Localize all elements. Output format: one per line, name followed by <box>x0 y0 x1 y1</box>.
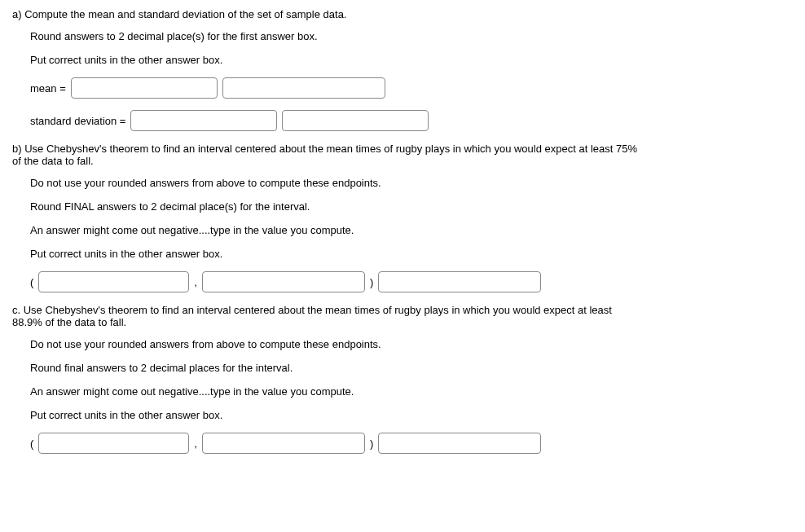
part-b-interval-upper-input[interactable] <box>202 271 365 292</box>
part-a-header: a) Compute the mean and standard deviati… <box>12 8 793 20</box>
part-b-instruction-4: Put correct units in the other answer bo… <box>30 248 793 260</box>
mean-label: mean = <box>30 82 66 95</box>
part-c-header: c. Use Chebyshev's theorem to find an in… <box>12 304 640 328</box>
part-b: b) Use Chebyshev's theorem to find an in… <box>12 143 793 292</box>
part-c-interval-lower-input[interactable] <box>38 433 189 454</box>
close-paren: ) <box>370 437 373 450</box>
part-c: c. Use Chebyshev's theorem to find an in… <box>12 304 793 454</box>
comma: , <box>194 437 197 450</box>
comma: , <box>194 276 197 288</box>
part-b-interval-row: ( , ) <box>30 271 793 292</box>
part-c-instruction-2: Round final answers to 2 decimal places … <box>30 362 793 374</box>
part-a: a) Compute the mean and standard deviati… <box>12 8 793 131</box>
part-c-instruction-3: An answer might come out negative....typ… <box>30 385 793 398</box>
part-c-instruction-4: Put correct units in the other answer bo… <box>30 409 793 421</box>
part-b-instruction-1: Do not use your rounded answers from abo… <box>30 177 793 189</box>
mean-row: mean = <box>30 77 793 99</box>
part-c-units-input[interactable] <box>378 433 541 454</box>
part-c-interval-upper-input[interactable] <box>202 433 365 454</box>
part-b-instruction-3: An answer might come out negative....typ… <box>30 224 793 236</box>
part-b-instruction-2: Round FINAL answers to 2 decimal place(s… <box>30 200 793 213</box>
mean-value-input[interactable] <box>71 77 218 99</box>
open-paren: ( <box>30 437 33 450</box>
part-a-instruction-1: Round answers to 2 decimal place(s) for … <box>30 30 793 42</box>
stddev-label: standard deviation = <box>30 115 125 127</box>
part-c-interval-row: ( , ) <box>30 433 793 454</box>
mean-units-input[interactable] <box>222 77 385 99</box>
close-paren: ) <box>370 276 373 288</box>
stddev-row: standard deviation = <box>30 110 793 131</box>
part-b-header: b) Use Chebyshev's theorem to find an in… <box>12 143 640 167</box>
part-b-units-input[interactable] <box>378 271 541 292</box>
stddev-value-input[interactable] <box>130 110 277 131</box>
open-paren: ( <box>30 276 33 288</box>
part-a-instruction-2: Put correct units in the other answer bo… <box>30 54 793 66</box>
part-b-interval-lower-input[interactable] <box>38 271 189 292</box>
stddev-units-input[interactable] <box>282 110 429 131</box>
part-c-instruction-1: Do not use your rounded answers from abo… <box>30 338 793 350</box>
